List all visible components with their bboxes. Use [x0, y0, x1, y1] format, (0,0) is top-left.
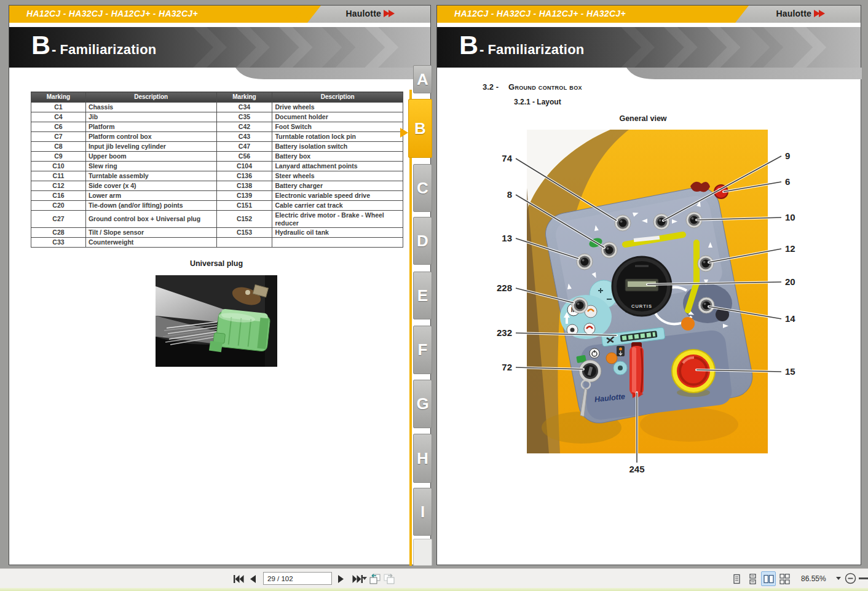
table-row: C11Turntable assemblyC136Steer wheels	[31, 171, 403, 181]
next-page-button[interactable]	[337, 575, 344, 585]
chapter-title: Familiarization	[487, 42, 584, 58]
curtis-gauge: CURTIS	[612, 257, 671, 316]
previous-page-button[interactable]	[250, 575, 256, 585]
side-tab-i: I	[413, 488, 432, 536]
side-tab-a: A	[413, 65, 432, 93]
toggle-switch-74	[615, 215, 631, 231]
table-row: C12Side cover (x 4)C138Battery charger	[31, 181, 403, 191]
active-tab-arrow-icon	[400, 128, 408, 138]
zoom-level-value[interactable]: 86.55%	[801, 574, 826, 583]
page-number-combobox[interactable]	[263, 572, 332, 585]
table-row: C27Ground control box + Universal plugC1…	[31, 211, 403, 228]
haulotte-logo: Haulotte	[345, 9, 397, 18]
toggle-switch-8	[601, 242, 617, 258]
continuous-view-button[interactable]	[745, 571, 760, 586]
universal-plug-photo	[156, 275, 277, 367]
models-bar: HA12CJ - HA32CJ - HA12CJ+ - HA32CJ+ Haul…	[437, 6, 861, 23]
models-bar: HA12CJ - HA32CJ - HA12CJ+ - HA32CJ+ Haul…	[9, 6, 430, 23]
previous-view-button[interactable]	[368, 573, 381, 586]
section-title: Ground control box	[508, 82, 582, 92]
models-text: HA12CJ - HA32CJ - HA12CJ+ - HA32CJ+	[454, 9, 626, 18]
table-row: C8Input jib leveling cylinderC47Battery …	[31, 142, 403, 152]
next-view-button[interactable]	[383, 573, 397, 586]
marking-table: Marking Description Marking Description …	[31, 92, 403, 248]
callout-label: 14	[785, 313, 795, 324]
callout-label: 13	[502, 233, 512, 243]
chapter-letter: B	[459, 32, 478, 58]
table-row: C4JibC35Document holder	[31, 112, 403, 122]
band-curve	[9, 68, 432, 84]
toggle-switch-12	[698, 256, 714, 272]
side-tab-h: H	[413, 434, 432, 483]
side-tab-b: B	[408, 99, 432, 158]
first-page-button[interactable]	[234, 575, 244, 585]
callout-label: 6	[785, 176, 790, 187]
section-heading: 3.2 -Ground control box	[483, 82, 582, 92]
zoom-slider[interactable]	[859, 577, 868, 579]
callout-label: 10	[785, 212, 795, 222]
callout-label: 12	[785, 243, 795, 254]
chapter-title: Familiarization	[60, 42, 156, 58]
table-row: C20Tie-down (and/or lifting) pointsC151C…	[31, 201, 403, 211]
callout-label: 72	[502, 362, 512, 372]
zoom-out-button[interactable]	[845, 573, 856, 586]
side-tab-f: F	[413, 326, 432, 374]
last-page-button[interactable]	[352, 575, 363, 585]
side-tab-d: D	[413, 217, 432, 265]
subsection-heading: 3.2.1 - Layout	[514, 98, 561, 106]
callout-label: 74	[502, 153, 512, 163]
chapter-letter: B	[31, 32, 50, 58]
zoom-level-caret-icon[interactable]	[836, 577, 841, 580]
table-row: C16Lower armC139Electronic variable spee…	[31, 191, 403, 201]
callout-label: 245	[629, 464, 644, 474]
toggle-switch-14	[698, 297, 714, 313]
table-row: C9Upper boomC56Battery box	[31, 152, 403, 162]
callout-label: 232	[497, 327, 512, 338]
table-row: C28Tilt / Slope sensorC153Hydraulic oil …	[31, 228, 403, 238]
side-tab-g: G	[413, 380, 432, 428]
chapter-band: B - Familiarization	[9, 27, 430, 68]
table-row: C10Slew ringC104Lanyard attachment point…	[31, 162, 403, 171]
table-row: C7Platform control boxC43Turntable rotat…	[31, 132, 403, 142]
figure-caption: Universal plug	[156, 259, 277, 268]
callout-label: 8	[507, 189, 512, 200]
toggle-switch-9	[653, 214, 669, 230]
marking-table-body: C1ChassisC34Drive wheelsC4JibC35Document…	[31, 103, 403, 248]
chapter-rail	[409, 90, 412, 566]
document-page-left: HA12CJ - HA32CJ - HA12CJ+ - HA32CJ+ Haul…	[9, 5, 431, 565]
section-number: 3.2 -	[483, 82, 499, 92]
page-number-input[interactable]	[264, 575, 362, 582]
band-curve	[437, 68, 862, 84]
haulotte-chevron-icon	[812, 9, 827, 18]
table-row: C6PlatformC42Foot Switch	[31, 122, 403, 132]
callout-label: 15	[785, 366, 795, 377]
side-tabs: ABCDEFGHI	[413, 6, 432, 566]
gauge-brand-label: CURTIS	[631, 303, 652, 309]
models-text: HA12CJ - HA32CJ - HA12CJ+ - HA32CJ+	[26, 9, 198, 18]
table-row: C1ChassisC34Drive wheels	[31, 103, 403, 112]
haulotte-logo: Haulotte	[776, 9, 827, 18]
toggle-switch-13	[577, 254, 593, 270]
two-page-continuous-view-button[interactable]	[777, 571, 792, 586]
haulotte-chevron-icon	[382, 9, 397, 18]
window-edge-strip	[0, 588, 868, 591]
table-row: C33Counterweight	[31, 238, 403, 248]
side-tab-stub	[413, 539, 432, 566]
callout-label: 9	[785, 151, 790, 161]
callout-label: 20	[785, 276, 795, 287]
document-page-right: HA12CJ - HA32CJ - HA12CJ+ - HA32CJ+ Haul…	[436, 5, 861, 565]
ground-control-box-figure: M CURTIS	[480, 130, 806, 480]
callout-label: 228	[497, 283, 512, 293]
table-header-row: Marking Description Marking Description	[31, 92, 403, 103]
side-tab-c: C	[413, 164, 432, 212]
single-page-view-button[interactable]	[729, 571, 744, 586]
figure-title: General view	[480, 114, 806, 123]
pdf-viewer-window: { "header": { "models": "HA12CJ - HA32CJ…	[0, 0, 868, 591]
toggle-switch-228	[572, 297, 588, 313]
side-tab-e: E	[413, 272, 432, 319]
combobox-caret-icon[interactable]	[362, 573, 367, 584]
viewer-toolbar: 86.55%	[0, 568, 868, 588]
two-page-view-button[interactable]	[761, 571, 776, 586]
selector-lever	[629, 342, 644, 395]
chapter-band: B - Familiarization	[437, 27, 861, 68]
